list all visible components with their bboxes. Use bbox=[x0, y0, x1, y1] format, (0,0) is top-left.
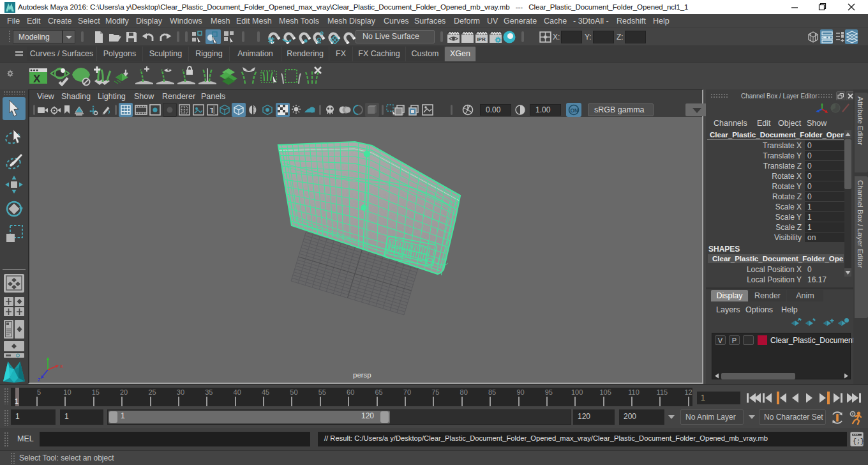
svg-text:ON: ON bbox=[571, 107, 579, 114]
svg-text:persp: persp bbox=[353, 371, 371, 379]
svg-text:{;}: {;} bbox=[853, 438, 864, 445]
svg-text:x: x bbox=[60, 363, 63, 369]
svg-text:IPR: IPR bbox=[477, 36, 486, 42]
svg-text:z: z bbox=[38, 376, 41, 383]
svg-text:X: X bbox=[33, 73, 41, 85]
